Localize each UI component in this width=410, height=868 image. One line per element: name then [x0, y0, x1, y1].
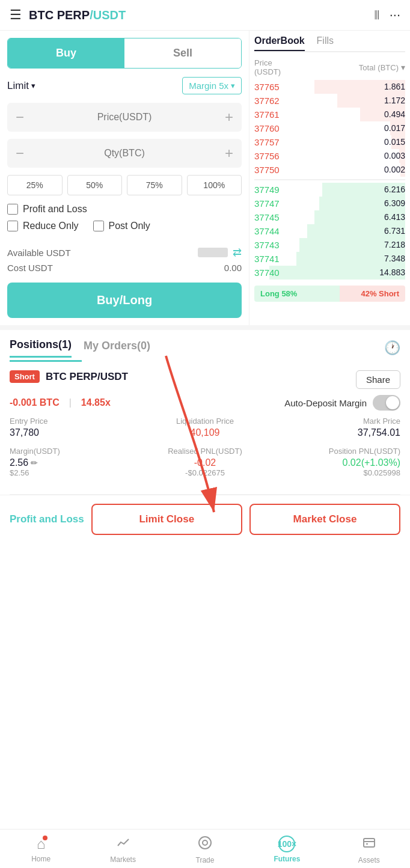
- ask-row-2[interactable]: 37762 1.172: [254, 94, 405, 108]
- asks-list: 37765 1.861 37762 1.172 37761 0.494: [254, 80, 405, 177]
- chart-settings-icon[interactable]: ⫴: [374, 7, 380, 23]
- available-label: Available USDT: [7, 248, 71, 258]
- more-options-icon[interactable]: ···: [390, 7, 400, 23]
- percentage-buttons: 25% 50% 75% 100%: [7, 175, 242, 195]
- bid-row-6[interactable]: 37741 7.348: [254, 252, 405, 266]
- profit-loss-label: Profit and Loss: [23, 204, 87, 215]
- buy-tab[interactable]: Buy: [8, 38, 124, 68]
- order-type-chevron: ▾: [31, 81, 35, 90]
- header: ☰ BTC PERP/USDT ⫴ ···: [0, 0, 410, 31]
- history-icon[interactable]: 🕐: [384, 340, 400, 356]
- tab-fills[interactable]: Fills: [317, 35, 334, 51]
- reduce-only-checkbox[interactable]: [7, 221, 18, 231]
- assets-icon: [362, 836, 376, 854]
- page-title: BTC PERP/USDT: [29, 8, 126, 22]
- pct-25-button[interactable]: 25%: [7, 175, 63, 195]
- ask-row-6[interactable]: 37756 0.003: [254, 149, 405, 163]
- auto-deposit-toggle[interactable]: [373, 395, 400, 411]
- qty-decrement-button[interactable]: −: [16, 145, 24, 162]
- price-col-header: Price(USDT): [254, 58, 281, 76]
- entry-price-label: Entry Price: [10, 417, 140, 426]
- nav-home[interactable]: ⌂ Home: [0, 830, 82, 868]
- position-card: Short BTC PERP/USDT Share -0.001 BTC | 1…: [10, 362, 400, 495]
- order-type-select[interactable]: Limit ▾: [7, 80, 35, 92]
- position-pnl-sub: $0.025998: [270, 468, 400, 477]
- buy-long-button[interactable]: Buy/Long: [7, 283, 242, 318]
- nav-markets[interactable]: Markets: [82, 830, 164, 868]
- margin-select[interactable]: Margin 5x ▾: [182, 77, 242, 94]
- nav-futures[interactable]: 100× Futures: [246, 830, 328, 868]
- pos-tabs-left: Positions(1) My Orders(0): [10, 338, 150, 358]
- profit-loss-link[interactable]: Profit and Loss: [10, 513, 84, 525]
- toggle-knob: [386, 396, 399, 409]
- cost-value: 0.00: [224, 263, 242, 273]
- orderbook-header: Price(USDT) Total(BTC) ▾: [254, 58, 405, 76]
- menu-icon[interactable]: ☰: [10, 7, 22, 23]
- short-percentage: 42% Short: [340, 286, 405, 302]
- profit-loss-checkbox[interactable]: [7, 204, 18, 215]
- tab-my-orders[interactable]: My Orders(0): [84, 340, 150, 357]
- margin-sub: $2.56: [10, 468, 140, 477]
- markets-label: Markets: [110, 855, 136, 864]
- pos-leverage: 14.85x: [81, 397, 111, 408]
- reduce-only-label: Reduce Only: [23, 221, 79, 231]
- pos-card-header: Short BTC PERP/USDT Share: [10, 370, 400, 389]
- right-panel: OrderBook Fills Price(USDT) Total(BTC) ▾…: [249, 31, 410, 325]
- ask-row-1[interactable]: 37765 1.861: [254, 80, 405, 94]
- nav-assets[interactable]: Assets: [328, 830, 410, 868]
- position-pnl-value: 0.02(+1.03%): [270, 457, 400, 468]
- ask-row-7[interactable]: 37750 0.002: [254, 163, 405, 177]
- tab-positions[interactable]: Positions(1): [10, 338, 72, 358]
- tab-orderbook[interactable]: OrderBook: [254, 35, 305, 51]
- market-close-button[interactable]: Market Close: [249, 504, 400, 535]
- margin-chevron: ▾: [231, 81, 235, 90]
- pos-pair: BTC PERP/USDT: [46, 371, 128, 383]
- transfer-icon[interactable]: ⇄: [233, 246, 242, 259]
- limit-close-button[interactable]: Limit Close: [91, 504, 242, 535]
- price-increment-button[interactable]: +: [225, 109, 233, 126]
- pct-50-button[interactable]: 50%: [67, 175, 123, 195]
- futures-icon: 100×: [278, 836, 295, 852]
- liquidation-value: 40,109: [140, 427, 271, 438]
- bid-row-3[interactable]: 37745 6.413: [254, 210, 405, 224]
- ob-divider: [254, 179, 405, 180]
- pct-100-button[interactable]: 100%: [187, 175, 242, 195]
- sell-tab[interactable]: Sell: [124, 38, 241, 68]
- mark-price-value: 37,754.01: [270, 427, 400, 438]
- bid-row-2[interactable]: 37747 6.309: [254, 197, 405, 210]
- post-only-checkbox[interactable]: [93, 221, 104, 231]
- realised-pnl-item: Realised PNL(USDT) -0.02 -$0.022675: [140, 447, 271, 477]
- bid-row-5[interactable]: 37743 7.218: [254, 238, 405, 252]
- liquidation-label: Liquidation Price: [140, 417, 271, 426]
- margin-edit-icon[interactable]: ✏: [31, 458, 38, 468]
- left-panel: Buy Sell Limit ▾ Margin 5x ▾ − + − +: [0, 31, 249, 325]
- bid-row-4[interactable]: 37744 6.731: [254, 224, 405, 238]
- qty-increment-button[interactable]: +: [225, 145, 233, 162]
- nav-trade[interactable]: Trade: [164, 830, 246, 868]
- short-badge: Short: [10, 370, 40, 383]
- bottom-actions: Profit and Loss Limit Close Market Close: [0, 495, 410, 543]
- mark-price-item: Mark Price 37,754.01: [270, 417, 400, 438]
- price-input[interactable]: [24, 112, 225, 123]
- margin-item: Margin(USDT) 2.56 ✏ $2.56: [10, 447, 140, 477]
- qty-input[interactable]: [24, 148, 225, 159]
- pos-size: -0.001 BTC: [10, 397, 60, 408]
- svg-rect-3: [364, 839, 375, 847]
- ask-row-4[interactable]: 37760 0.017: [254, 121, 405, 135]
- ask-row-3[interactable]: 37761 0.494: [254, 108, 405, 121]
- realised-pnl-value: -0.02: [140, 457, 271, 468]
- options-row: Profit and Loss Reduce Only Post Only: [7, 204, 242, 237]
- available-right: ⇄: [198, 246, 242, 259]
- share-button[interactable]: Share: [356, 370, 400, 389]
- bid-row-1[interactable]: 37749 6.216: [254, 183, 405, 197]
- bid-row-7[interactable]: 37740 14.883: [254, 266, 405, 280]
- bids-list: 37749 6.216 37747 6.309 37745 6.413: [254, 183, 405, 280]
- price-decrement-button[interactable]: −: [16, 109, 24, 126]
- orderbook-tabs: OrderBook Fills: [254, 35, 405, 52]
- ask-row-5[interactable]: 37757 0.015: [254, 135, 405, 149]
- pct-75-button[interactable]: 75%: [127, 175, 182, 195]
- position-pnl-label: Position PNL(USDT): [270, 447, 400, 456]
- svg-point-2: [203, 840, 207, 845]
- buy-sell-tabs: Buy Sell: [7, 38, 242, 69]
- qty-input-row: − +: [7, 139, 242, 168]
